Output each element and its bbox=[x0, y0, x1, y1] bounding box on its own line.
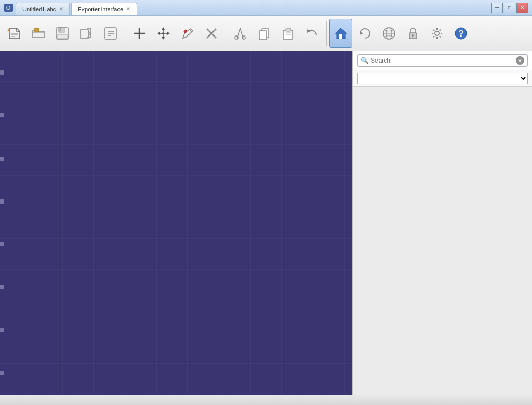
export-icon bbox=[78, 25, 95, 42]
svg-point-28 bbox=[184, 30, 187, 33]
paste-button[interactable] bbox=[277, 19, 300, 48]
side-marker bbox=[0, 242, 4, 246]
toolbar-separator-1 bbox=[125, 21, 125, 46]
svg-rect-43 bbox=[339, 34, 342, 39]
search-input[interactable] bbox=[371, 57, 514, 64]
help-icon: ? bbox=[453, 25, 469, 42]
tab-exporter[interactable]: Exporter interface ✕ bbox=[71, 3, 137, 15]
toolbar-separator-3 bbox=[326, 21, 327, 46]
search-bar: 🔍 × bbox=[353, 51, 532, 70]
toolbar-separator-2 bbox=[226, 21, 226, 46]
svg-point-49 bbox=[412, 34, 414, 37]
dropdown-bar bbox=[353, 70, 532, 87]
side-markers bbox=[0, 51, 6, 395]
move-icon bbox=[155, 25, 172, 42]
svg-line-31 bbox=[237, 28, 240, 39]
right-panel: 🔍 × bbox=[352, 51, 532, 395]
undo-icon bbox=[304, 25, 321, 42]
open-icon bbox=[30, 25, 47, 42]
close-button[interactable]: ✕ bbox=[516, 3, 528, 13]
save-icon bbox=[54, 25, 71, 42]
canvas-area[interactable] bbox=[0, 51, 352, 395]
lock-button[interactable] bbox=[401, 19, 424, 48]
delete-icon bbox=[203, 25, 220, 42]
add-point-button[interactable] bbox=[128, 19, 151, 48]
export-button[interactable] bbox=[75, 19, 98, 48]
svg-marker-22 bbox=[162, 37, 165, 40]
paste-icon bbox=[280, 25, 297, 42]
edit-button[interactable] bbox=[176, 19, 199, 48]
maximize-button[interactable]: □ bbox=[504, 3, 515, 13]
new-button[interactable] bbox=[3, 19, 26, 48]
window-controls: ─ □ ✕ bbox=[491, 3, 528, 13]
tab-untitled-label: Untitled1.abc bbox=[22, 6, 56, 13]
lock-icon bbox=[405, 25, 421, 42]
move-button[interactable] bbox=[152, 19, 175, 48]
home-button[interactable] bbox=[329, 19, 352, 48]
title-bar: O Untitled1.abc ✕ Exporter interface ✕ ─… bbox=[0, 0, 532, 16]
toolbar: ? bbox=[0, 16, 532, 51]
svg-marker-6 bbox=[7, 28, 10, 32]
side-marker bbox=[0, 328, 4, 332]
svg-rect-10 bbox=[60, 28, 61, 31]
cut-button[interactable] bbox=[229, 19, 252, 48]
properties-button[interactable] bbox=[99, 19, 122, 48]
svg-rect-7 bbox=[34, 28, 39, 32]
minimize-button[interactable]: ─ bbox=[491, 3, 503, 13]
settings-button[interactable] bbox=[425, 19, 448, 48]
panel-content bbox=[353, 87, 532, 395]
main-area: 🔍 × bbox=[0, 51, 532, 395]
svg-text:?: ? bbox=[458, 29, 464, 38]
settings-icon bbox=[429, 25, 445, 42]
undo-button[interactable] bbox=[301, 19, 324, 48]
delete-button[interactable] bbox=[200, 19, 223, 48]
refresh-button[interactable] bbox=[353, 19, 376, 48]
svg-marker-41 bbox=[307, 29, 311, 33]
side-marker bbox=[0, 157, 4, 161]
refresh-icon bbox=[357, 25, 373, 42]
svg-marker-21 bbox=[162, 27, 165, 30]
status-bar bbox=[0, 395, 532, 405]
svg-point-25 bbox=[162, 32, 164, 34]
home-icon bbox=[333, 25, 349, 42]
tab-bar: Untitled1.abc ✕ Exporter interface ✕ bbox=[16, 0, 491, 15]
app-icon: O bbox=[4, 4, 13, 12]
svg-marker-24 bbox=[167, 32, 170, 35]
svg-line-26 bbox=[190, 30, 192, 32]
tab-untitled-close[interactable]: ✕ bbox=[59, 6, 63, 12]
add-point-icon bbox=[131, 25, 148, 42]
side-marker bbox=[0, 113, 4, 117]
svg-rect-11 bbox=[58, 34, 67, 39]
svg-text:O: O bbox=[6, 5, 11, 11]
copy-button[interactable] bbox=[253, 19, 276, 48]
svg-rect-9 bbox=[59, 28, 64, 32]
search-input-wrapper[interactable]: 🔍 × bbox=[357, 54, 528, 67]
open-button[interactable] bbox=[27, 19, 50, 48]
copy-icon bbox=[256, 25, 273, 42]
new-icon bbox=[6, 25, 23, 42]
edit-icon bbox=[179, 25, 196, 42]
save-button[interactable] bbox=[51, 19, 74, 48]
svg-marker-23 bbox=[157, 32, 160, 35]
side-marker bbox=[0, 285, 4, 289]
properties-icon bbox=[102, 25, 119, 42]
svg-rect-36 bbox=[259, 31, 267, 40]
search-clear-button[interactable]: × bbox=[516, 56, 524, 65]
svg-point-50 bbox=[435, 31, 439, 35]
search-icon: 🔍 bbox=[361, 57, 369, 64]
side-marker bbox=[0, 199, 4, 204]
help-button[interactable]: ? bbox=[450, 19, 472, 48]
svg-rect-38 bbox=[286, 28, 291, 31]
tab-exporter-close[interactable]: ✕ bbox=[126, 6, 131, 12]
cut-icon bbox=[232, 25, 249, 42]
svg-line-32 bbox=[240, 28, 243, 39]
texture-button[interactable] bbox=[377, 19, 400, 48]
category-dropdown[interactable] bbox=[357, 73, 528, 84]
side-marker bbox=[0, 371, 4, 375]
texture-icon bbox=[381, 25, 397, 42]
tab-untitled[interactable]: Untitled1.abc ✕ bbox=[16, 3, 70, 15]
tab-exporter-label: Exporter interface bbox=[78, 6, 123, 13]
side-marker bbox=[0, 70, 4, 75]
svg-marker-44 bbox=[360, 31, 363, 35]
